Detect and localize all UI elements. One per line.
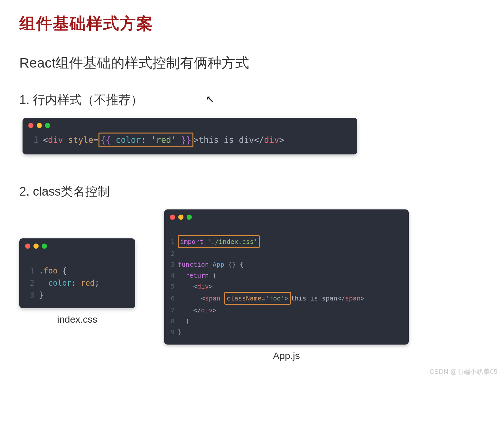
- close-icon: [170, 215, 175, 220]
- window-traffic-lights: [25, 244, 129, 249]
- zoom-icon: [42, 244, 47, 249]
- watermark: CSDN @前端小趴菜05: [430, 367, 498, 376]
- minimize-icon: [37, 123, 42, 128]
- code-window-inline-style: 1<div style={{ color: 'red' }}>this is d…: [23, 118, 357, 154]
- caption-app-js: App.js: [273, 350, 300, 361]
- window-traffic-lights: [170, 215, 403, 220]
- window-traffic-lights: [28, 123, 351, 128]
- code-window-index-css: 1.foo { 2 color: red; 3}: [19, 238, 135, 308]
- close-icon: [25, 244, 30, 249]
- line-number: 1: [28, 134, 38, 146]
- highlight-box-classname: className='foo'>: [224, 292, 291, 305]
- section-1-heading: 1. 行内样式（不推荐）: [19, 92, 485, 108]
- zoom-icon: [45, 123, 50, 128]
- highlight-box-import: import './index.css': [178, 235, 260, 248]
- close-icon: [28, 123, 33, 128]
- code-line: 1<div style={{ color: 'red' }}>this is d…: [28, 133, 351, 147]
- minimize-icon: [33, 244, 39, 249]
- minimize-icon: [178, 215, 183, 220]
- page-title: 组件基础样式方案: [19, 13, 485, 34]
- caption-index-css: index.css: [57, 314, 97, 325]
- code-window-app-js: 1import './index.css' 2 3function App ()…: [164, 209, 409, 345]
- highlight-box-style-object: {{ color: 'red' }}: [98, 133, 194, 147]
- zoom-icon: [187, 215, 192, 220]
- page-subtitle: React组件基础的样式控制有俩种方式: [19, 54, 485, 72]
- section-2-heading: 2. class类名控制: [19, 183, 485, 200]
